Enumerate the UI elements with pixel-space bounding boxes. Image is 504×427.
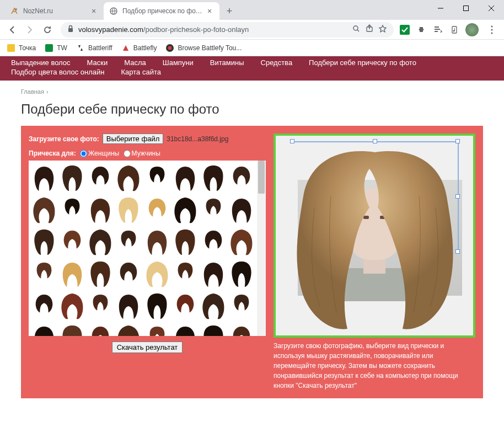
- breadcrumb-home[interactable]: Главная: [21, 88, 44, 95]
- tab-active[interactable]: Подбор причесок по фото онл ×: [104, 2, 219, 20]
- hairstyle-option[interactable]: [172, 291, 199, 322]
- back-button[interactable]: [4, 22, 20, 38]
- download-result-button[interactable]: Скачать результат: [112, 341, 183, 353]
- hairstyle-option[interactable]: [228, 291, 255, 322]
- hairstyle-option[interactable]: [59, 259, 85, 290]
- hairstyle-gallery: [29, 161, 266, 336]
- hairstyle-option[interactable]: [115, 259, 142, 290]
- hairstyle-option[interactable]: [172, 195, 199, 226]
- forward-button[interactable]: [22, 22, 37, 38]
- tab-noznet[interactable]: NozNet.ru ×: [4, 2, 104, 20]
- hairstyle-option[interactable]: [87, 259, 114, 290]
- photo-preview[interactable]: [274, 134, 475, 338]
- nav-link[interactable]: Маски: [87, 58, 108, 67]
- bookmark-item[interactable]: Battleriff: [76, 44, 112, 52]
- address-bar[interactable]: volosvypadenie.com/podbor-prichesok-po-f…: [61, 22, 394, 38]
- hairstyle-option[interactable]: [59, 227, 85, 258]
- hairstyle-option[interactable]: [59, 291, 85, 322]
- nav-link[interactable]: Витамины: [210, 58, 244, 67]
- nav-link[interactable]: Подбор цвета волос онлайн: [11, 68, 105, 76]
- hairstyle-overlay[interactable]: [281, 141, 469, 334]
- hairstyle-option[interactable]: [172, 259, 199, 290]
- nav-link[interactable]: Подбери себе прическу по фото: [309, 58, 416, 67]
- maximize-button[interactable]: [453, 0, 479, 17]
- close-icon[interactable]: ×: [89, 7, 98, 15]
- search-lens-icon[interactable]: [352, 24, 361, 35]
- close-icon[interactable]: ×: [205, 7, 214, 15]
- minimize-button[interactable]: [428, 0, 453, 17]
- choose-file-button[interactable]: Выберите файл: [103, 134, 163, 144]
- share-icon[interactable]: [365, 24, 374, 35]
- hairstyle-option[interactable]: [228, 195, 255, 226]
- hairstyle-option[interactable]: [144, 227, 170, 258]
- ext-puzzle-icon[interactable]: [416, 24, 427, 35]
- hairstyle-option[interactable]: [228, 163, 255, 194]
- gender-women-radio[interactable]: [80, 150, 87, 157]
- close-window-button[interactable]: [479, 0, 504, 17]
- hairstyle-option[interactable]: [144, 291, 170, 322]
- hairstyle-option[interactable]: [87, 323, 114, 336]
- hairstyle-option[interactable]: [59, 195, 85, 226]
- hairstyle-option[interactable]: [87, 163, 114, 194]
- nav-link[interactable]: Карта сайта: [121, 68, 161, 76]
- nav-link[interactable]: Шампуни: [163, 58, 194, 67]
- hairstyle-option[interactable]: [59, 323, 85, 336]
- hairstyle-option[interactable]: [115, 227, 142, 258]
- hairstyle-option[interactable]: [144, 163, 170, 194]
- hairstyle-option[interactable]: [228, 323, 255, 336]
- breadcrumb: Главная›: [0, 81, 504, 97]
- hairstyle-option[interactable]: [115, 195, 142, 226]
- gender-men-radio[interactable]: [124, 150, 131, 157]
- gallery-scrollbar[interactable]: [257, 161, 266, 336]
- ext-music-icon[interactable]: [449, 24, 460, 35]
- hairstyle-option[interactable]: [228, 227, 255, 258]
- hairstyle-option[interactable]: [31, 259, 57, 290]
- nav-link[interactable]: Выпадение волос: [11, 58, 71, 67]
- hairstyle-option[interactable]: [115, 291, 142, 322]
- hairstyle-editor: Загрузите свое фото: Выберите файл 31bc1…: [21, 126, 483, 398]
- tab-title: NozNet.ru: [23, 7, 87, 15]
- hairstyle-option[interactable]: [31, 291, 57, 322]
- hairstyle-option[interactable]: [172, 227, 199, 258]
- browser-titlebar: NozNet.ru × Подбор причесок по фото онл …: [0, 0, 504, 20]
- ext-check-icon[interactable]: [399, 24, 410, 35]
- hairstyle-option[interactable]: [200, 163, 227, 194]
- profile-avatar[interactable]: [465, 23, 479, 36]
- hairstyle-option[interactable]: [87, 195, 114, 226]
- hairstyle-option[interactable]: [144, 259, 170, 290]
- hairstyle-option[interactable]: [228, 259, 255, 290]
- hairstyle-option[interactable]: [59, 163, 85, 194]
- bookmark-item[interactable]: Battlefly: [121, 44, 157, 52]
- hairstyle-option[interactable]: [172, 163, 199, 194]
- nav-link[interactable]: Масла: [124, 58, 146, 67]
- hairstyle-option[interactable]: [87, 227, 114, 258]
- hairstyle-option[interactable]: [31, 227, 57, 258]
- reload-button[interactable]: [40, 22, 55, 38]
- hairstyle-option[interactable]: [115, 323, 142, 336]
- hairstyle-option[interactable]: [115, 163, 142, 194]
- hairstyle-option[interactable]: [200, 291, 227, 322]
- svg-point-12: [491, 25, 493, 27]
- bookmark-item[interactable]: TW: [45, 44, 67, 52]
- bookmark-icon: [121, 44, 130, 52]
- browser-menu-button[interactable]: [484, 22, 500, 38]
- nav-link[interactable]: Средства: [261, 58, 293, 67]
- hairstyle-option[interactable]: [31, 163, 57, 194]
- hairstyle-option[interactable]: [200, 227, 227, 258]
- hairstyle-option[interactable]: [200, 259, 227, 290]
- svg-rect-3: [464, 6, 469, 11]
- bookmark-star-icon[interactable]: [378, 24, 387, 35]
- hairstyle-option[interactable]: [31, 195, 57, 226]
- bookmark-item[interactable]: Точка: [7, 44, 36, 52]
- ext-list-icon[interactable]: [432, 24, 443, 35]
- hairstyle-option[interactable]: [200, 323, 227, 336]
- hairstyle-option[interactable]: [87, 291, 114, 322]
- hairstyle-option[interactable]: [144, 323, 170, 336]
- hairstyle-option[interactable]: [31, 323, 57, 336]
- hairstyle-option[interactable]: [200, 195, 227, 226]
- hairstyle-option[interactable]: [144, 195, 170, 226]
- new-tab-button[interactable]: +: [222, 3, 237, 19]
- tab-title: Подбор причесок по фото онл: [122, 7, 203, 15]
- hairstyle-option[interactable]: [172, 323, 199, 336]
- bookmark-item[interactable]: Browse Battlefy Tou...: [165, 44, 242, 52]
